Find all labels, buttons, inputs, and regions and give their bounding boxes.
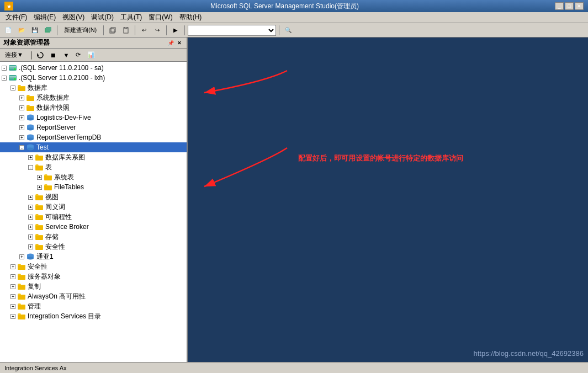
toolbar-redo[interactable]: ↪ bbox=[151, 24, 163, 36]
tree-label: 服务器对象 bbox=[28, 272, 61, 281]
tree-expander[interactable]: + bbox=[28, 235, 33, 239]
tree-label: .(SQL Server 11.0.2100 - sa) bbox=[19, 64, 104, 72]
toolbar-run[interactable]: ▶ bbox=[169, 24, 182, 36]
tree-expander[interactable]: + bbox=[19, 135, 24, 140]
restore-btn[interactable]: □ bbox=[565, 2, 574, 10]
oe-tree: -.(SQL Server 11.0.2100 - sa)-.(SQL Serv… bbox=[0, 62, 187, 362]
oe-close-btn[interactable]: ✕ bbox=[176, 39, 183, 47]
toolbar-open[interactable]: 📂 bbox=[15, 24, 28, 36]
oe-filter-btn[interactable]: ▼ bbox=[60, 51, 72, 60]
tree-item[interactable]: -.(SQL Server 11.0.2100 - sa) bbox=[0, 63, 187, 73]
tree-expander[interactable]: + bbox=[19, 95, 24, 100]
tree-expander[interactable]: - bbox=[2, 76, 7, 81]
toolbar-paste[interactable] bbox=[120, 24, 132, 36]
tree-label: 通亚1 bbox=[36, 252, 54, 262]
tree-item[interactable]: -.(SQL Server 11.0.2100 - lxh) bbox=[0, 73, 187, 83]
tree-expander[interactable]: + bbox=[19, 105, 24, 110]
toolbar-undo[interactable]: ↩ bbox=[138, 24, 150, 36]
svg-point-24 bbox=[27, 138, 34, 141]
tree-expander[interactable]: + bbox=[19, 254, 24, 259]
tree-expander[interactable]: + bbox=[10, 314, 15, 319]
tree-item[interactable]: +安全性 bbox=[0, 242, 187, 252]
tree-item[interactable]: +系统数据库 bbox=[0, 93, 187, 103]
tree-item[interactable]: +ReportServerTempDB bbox=[0, 132, 187, 142]
tree-expander[interactable]: + bbox=[37, 175, 42, 180]
annotation-arrow-1 bbox=[188, 38, 588, 362]
tree-expander[interactable]: + bbox=[10, 264, 15, 269]
tree-item[interactable]: +视图 bbox=[0, 192, 187, 202]
tree-expander[interactable]: + bbox=[28, 215, 33, 220]
tree-expander[interactable]: + bbox=[19, 125, 24, 130]
oe-pin-btn[interactable]: 📌 bbox=[167, 39, 174, 47]
tree-item[interactable]: +Integration Services 目录 bbox=[0, 311, 187, 321]
tree-expander[interactable]: + bbox=[19, 115, 24, 120]
tree-expander[interactable]: + bbox=[37, 185, 42, 190]
toolbar-search[interactable]: 🔍 bbox=[282, 24, 294, 36]
tree-label: 数据库 bbox=[28, 83, 47, 93]
tree-item[interactable]: +FileTables bbox=[0, 182, 187, 192]
tree-item[interactable]: +同义词 bbox=[0, 202, 187, 212]
toolbar-copy[interactable] bbox=[107, 24, 119, 36]
tree-expander[interactable]: + bbox=[28, 195, 33, 200]
toolbar-save-all[interactable] bbox=[42, 24, 54, 36]
minimize-btn[interactable]: _ bbox=[555, 2, 564, 10]
tree-expander[interactable]: + bbox=[10, 284, 15, 289]
tree-item[interactable]: +存储 bbox=[0, 232, 187, 242]
tree-expander[interactable]: + bbox=[10, 274, 15, 279]
svg-rect-7 bbox=[9, 66, 16, 67]
menu-debug[interactable]: 调试(D) bbox=[88, 12, 117, 23]
tree-item[interactable]: +管理 bbox=[0, 301, 187, 311]
toolbar-sep-5 bbox=[184, 25, 185, 35]
tree-icon-folder bbox=[35, 232, 44, 241]
menu-edit[interactable]: 编辑(E) bbox=[30, 12, 59, 23]
tree-icon-db bbox=[26, 252, 35, 261]
svg-point-20 bbox=[27, 128, 34, 131]
tree-expander[interactable]: + bbox=[28, 205, 33, 210]
tree-expander[interactable]: - bbox=[28, 165, 33, 170]
tree-icon-folder bbox=[17, 302, 26, 311]
tree-icon-folder bbox=[17, 262, 26, 271]
tree-expander[interactable]: - bbox=[2, 66, 7, 71]
menu-view[interactable]: 视图(V) bbox=[59, 12, 88, 23]
title-bar: ★ Microsoft SQL Server Management Studio… bbox=[0, 0, 588, 12]
content-area: 配置好后，即可用设置的帐号进行特定的数据库访问 https://blog.csd… bbox=[188, 38, 588, 362]
menu-window[interactable]: 窗口(W) bbox=[145, 12, 176, 23]
tree-expander[interactable]: + bbox=[10, 304, 15, 309]
tree-expander[interactable]: - bbox=[10, 86, 15, 90]
tree-item[interactable]: +可编程性 bbox=[0, 212, 187, 222]
tree-expander[interactable]: + bbox=[28, 225, 33, 230]
oe-refresh-btn[interactable] bbox=[34, 51, 46, 60]
toolbar-sep-6 bbox=[279, 25, 279, 35]
tree-item[interactable]: +数据库快照 bbox=[0, 103, 187, 113]
menu-tools[interactable]: 工具(T) bbox=[117, 12, 145, 23]
tree-item[interactable]: +Service Broker bbox=[0, 222, 187, 232]
tree-item[interactable]: +Logistics-Dev-Five bbox=[0, 113, 187, 122]
tree-item[interactable]: +安全性 bbox=[0, 262, 187, 271]
toolbar-new-file[interactable]: 📄 bbox=[2, 24, 14, 36]
tree-icon-folder bbox=[35, 163, 44, 172]
oe-reports-btn[interactable]: 📊 bbox=[84, 50, 98, 60]
tree-item[interactable]: +ReportServer bbox=[0, 122, 187, 132]
tree-item[interactable]: +系统表 bbox=[0, 172, 187, 182]
tree-item[interactable]: +复制 bbox=[0, 281, 187, 291]
tree-expander[interactable]: + bbox=[28, 155, 33, 160]
tree-item[interactable]: -Test bbox=[0, 142, 187, 152]
tree-item[interactable]: +通亚1 bbox=[0, 252, 187, 262]
tree-item[interactable]: -表 bbox=[0, 162, 187, 172]
tree-item[interactable]: -数据库 bbox=[0, 83, 187, 93]
tree-item[interactable]: +服务器对象 bbox=[0, 271, 187, 281]
toolbar-save[interactable]: 💾 bbox=[29, 24, 41, 36]
oe-connect-btn[interactable]: 连接▼ bbox=[2, 50, 26, 60]
database-selector[interactable] bbox=[188, 25, 276, 36]
toolbar-new-query[interactable]: 新建查询(N) bbox=[60, 24, 100, 36]
tree-item[interactable]: +数据库关系图 bbox=[0, 152, 187, 162]
menu-file[interactable]: 文件(F) bbox=[2, 12, 30, 23]
tree-expander[interactable]: + bbox=[10, 294, 15, 299]
tree-expander[interactable]: + bbox=[28, 244, 33, 249]
tree-expander[interactable]: - bbox=[19, 145, 24, 150]
oe-stop-btn[interactable]: ⏹ bbox=[47, 51, 59, 60]
close-btn[interactable]: ✕ bbox=[575, 2, 584, 10]
menu-help[interactable]: 帮助(H) bbox=[176, 12, 205, 23]
tree-item[interactable]: +AlwaysOn 高可用性 bbox=[0, 291, 187, 301]
oe-sync-btn[interactable]: ⟳ bbox=[73, 50, 83, 60]
